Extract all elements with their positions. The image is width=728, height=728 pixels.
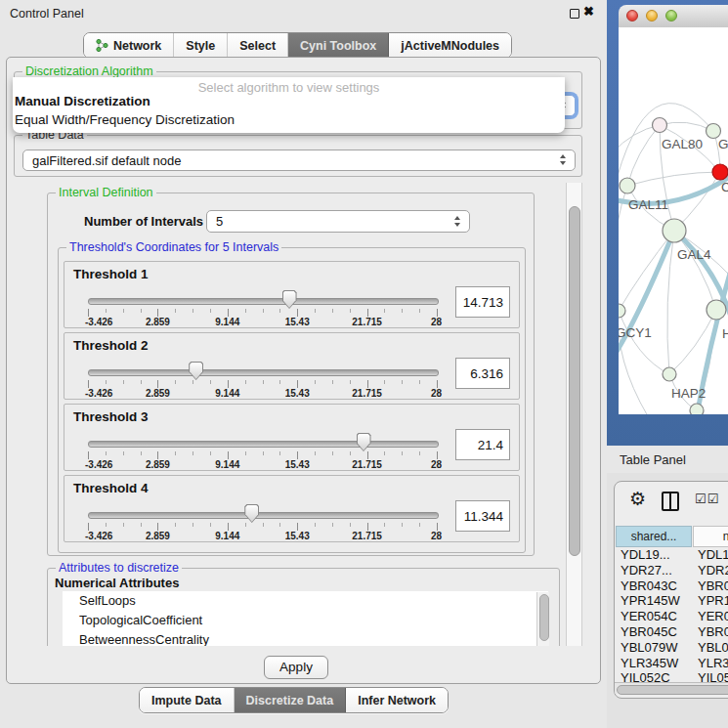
tab-label: Style [186,39,215,53]
threshold-value-field-3[interactable]: 21.4 [455,429,510,460]
table-cell[interactable]: YBL079W [616,640,692,656]
table-cell[interactable]: YPR145W [693,593,728,609]
slider-tick-major [88,380,89,388]
network-edge[interactable] [619,186,627,264]
attributes-list-scrollbar[interactable] [536,592,549,646]
control-panel-title: Control Panel [10,7,84,21]
slider-thumb-1[interactable] [282,290,297,309]
attributes-scrollbar-thumb[interactable] [539,594,549,641]
dropdown-option-equal-width-frequency[interactable]: Equal Width/Frequency Discretization [15,112,235,127]
dropdown-option-manual-discretization[interactable]: Manual Discretization [15,94,150,108]
table-cell[interactable]: YDR27... [616,563,692,578]
close-panel-icon[interactable]: ✖ [583,4,594,19]
minimize-window-icon[interactable] [646,10,658,21]
tab-cyni-toolbox[interactable]: Cyni Toolbox [288,33,389,58]
apply-button[interactable]: Apply [264,656,328,679]
table-cell[interactable]: YBR045C [693,624,728,640]
network-node-gcy1[interactable] [619,304,625,318]
table-row[interactable]: YBR043CYBR043C [616,578,728,594]
column-header-shared-name[interactable]: shared... [616,526,692,547]
table-cell[interactable]: YDR27... [693,563,728,578]
tab-jactivemnodules[interactable]: jActiveMNodules [389,33,511,58]
slider-track[interactable] [88,512,439,519]
column-header-name[interactable]: n... [693,526,728,547]
table-cell[interactable]: YPR145W [616,593,692,609]
table-cell[interactable]: YDL19... [693,547,728,563]
table-rows: YDL19...YDL19...YDR27...YDR27...YBR043CY… [616,547,728,686]
attribute-item-selfloops[interactable]: SelfLoops [63,591,548,611]
slider-tick-minor [123,380,124,384]
slider-tick-major [88,523,89,531]
network-canvas[interactable]: GAL80GACGAL11GAL4GCY1HHAP2 [619,27,728,414]
table-cell[interactable]: YBL079W [693,640,728,656]
network-node-gal80[interactable] [653,118,667,133]
slider-tick-major [297,451,298,459]
network-node[interactable] [690,404,704,414]
table-cell[interactable]: YDL19... [616,547,692,563]
network-edge[interactable] [667,231,674,374]
table-horizontal-scrollbar[interactable] [615,682,728,694]
table-cell[interactable]: YLR345W [616,656,692,671]
tab-select[interactable]: Select [228,33,288,58]
slider-thumb-3[interactable] [357,433,371,451]
settings-scrollbar-thumb[interactable] [569,206,580,556]
network-node-gal11[interactable] [620,178,635,193]
tab-label: jActiveMNodules [401,39,499,53]
settings-scrollbar[interactable] [566,183,582,646]
threshold-label: Threshold 4 [73,481,149,495]
table-cell[interactable]: YBR045C [616,624,692,640]
settings-scroll-area: Interval Definition Number of Intervals … [7,181,574,646]
threshold-label: Threshold 3 [73,409,149,424]
table-row[interactable]: YDL19...YDL19... [616,547,728,563]
tab-discretize-data[interactable]: Discretize Data [235,688,347,712]
table-hscrollbar-thumb[interactable] [617,685,728,695]
attribute-item-topologicalcoefficient[interactable]: TopologicalCoefficient [63,611,548,630]
slider-tick-label: 28 [431,459,442,470]
network-node-h[interactable] [707,300,726,320]
table-row[interactable]: YLR345WYLR345W [616,656,728,671]
network-node-c[interactable] [712,164,728,180]
table-cell[interactable]: YBR043C [616,578,692,594]
float-panel-icon[interactable] [570,9,579,19]
slider-thumb-4[interactable] [244,504,259,523]
network-edge[interactable] [627,172,720,186]
network-edge[interactable] [619,311,669,374]
table-data-combobox[interactable]: galFiltered.sif default node [22,150,576,171]
interval-definition-title: Interval Definition [56,186,156,199]
network-node-gal4[interactable] [663,219,686,242]
slider-track[interactable] [88,298,439,305]
close-window-icon[interactable] [626,10,638,21]
tab-impute-data[interactable]: Impute Data [140,688,235,712]
attribute-item-betweennesscentrality[interactable]: BetweennessCentrality [63,630,548,646]
table-cell[interactable]: YBR043C [693,578,728,594]
table-row[interactable]: YBL079WYBL079W [616,640,728,656]
network-edge[interactable] [627,125,660,186]
network-node-hap2[interactable] [663,367,676,381]
thresholds-group-title: Threshold's Coordinates for 5 Intervals [66,240,281,254]
checkboxes-icon[interactable]: ☑☑ [695,492,719,506]
tab-network[interactable]: Network [84,33,174,58]
table-row[interactable]: YBR045CYBR045C [616,624,728,640]
threshold-value-field-4[interactable]: 11.344 [455,500,510,532]
network-window-titlebar[interactable] [619,5,728,28]
number-of-intervals-combobox[interactable]: 5 [206,210,470,233]
slider-tick-label: 9.144 [215,317,239,327]
tab-infer-network[interactable]: Infer Network [346,688,448,712]
slider-tick-minor [263,523,264,527]
threshold-value-field-1[interactable]: 14.713 [455,286,510,318]
table-cell[interactable]: YLR345W [693,656,728,671]
tab-style[interactable]: Style [174,33,228,58]
table-row[interactable]: YDR27...YDR27... [616,563,728,578]
table-row[interactable]: YER054CYER054C [616,609,728,624]
slider-tick-label: 15.43 [285,531,310,541]
slider-track[interactable] [88,369,439,376]
zoom-window-icon[interactable] [665,10,677,21]
gear-icon[interactable]: ⚙ [629,488,646,510]
columns-icon[interactable] [662,492,679,511]
slider-thumb-2[interactable] [189,362,203,380]
table-cell[interactable]: YER054C [693,609,728,624]
table-row[interactable]: YPR145WYPR145W [616,593,728,609]
table-cell[interactable]: YER054C [616,609,692,624]
threshold-value-field-2[interactable]: 6.316 [455,358,510,389]
slider-track[interactable] [88,441,439,448]
